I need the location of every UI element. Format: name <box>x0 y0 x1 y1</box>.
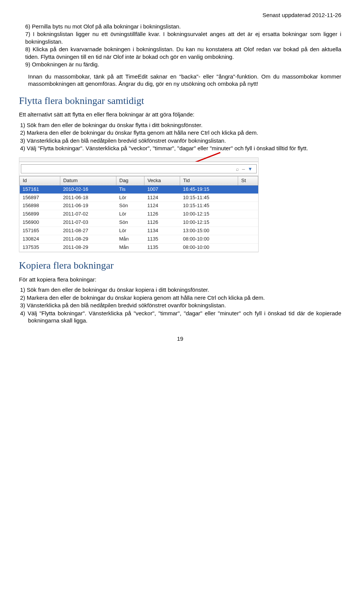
cell-id: 130824 <box>20 235 60 244</box>
cell-tid: 08:00-10:00 <box>180 235 238 244</box>
table-row[interactable]: 1568972011-06-18Lör112410:15-11:45 <box>20 193 258 202</box>
cell-tid: 16:45-19:15 <box>180 185 238 193</box>
col-vecka[interactable]: Vecka <box>144 176 180 185</box>
cell-vecka: 1007 <box>144 185 180 193</box>
col-dag[interactable]: Dag <box>116 176 144 185</box>
heading-kopiera: Kopiera flera bokningar <box>19 259 341 272</box>
intro-flytta: Ett alternativt sätt att flytta en eller… <box>19 111 341 118</box>
list-item: Sök fram den eller de bokningar du önska… <box>28 286 341 294</box>
list-item: Välj "Flytta bokningar". Vänsterklicka p… <box>28 310 341 324</box>
list-item: Markera den eller de bokningar du önskar… <box>28 129 341 137</box>
numbered-list-a: Pernilla byts nu mot Olof på alla boknin… <box>19 23 341 68</box>
cell-vecka: 1135 <box>144 235 180 244</box>
table-row[interactable]: 1571612010-02-16Tis100716:45-19:15 <box>20 185 258 193</box>
page-number: 19 <box>19 335 341 343</box>
cell-datum: 2011-07-03 <box>60 219 116 227</box>
booking-table: Id Datum Dag Vecka Tid St 1571612010-02-… <box>19 176 258 252</box>
table-row[interactable]: 1375352011-08-29Mån113508:00-10:00 <box>20 243 258 252</box>
cell-tid: 08:00-10:00 <box>180 243 238 252</box>
table-row[interactable]: 1569002011-07-03Sön112610:00-12:15 <box>20 219 258 227</box>
intro-kopiera: För att kopiera flera bokningar: <box>19 276 341 283</box>
cell-vecka: 1135 <box>144 243 180 252</box>
search-icon[interactable]: ⌕ <box>234 165 240 172</box>
table-row[interactable]: 1308242011-08-29Mån113508:00-10:00 <box>20 235 258 244</box>
list-item: Vänsterklicka på den blå nedåtpilen bred… <box>28 137 341 145</box>
cell-dag: Lör <box>116 227 144 235</box>
cell-datum: 2011-06-19 <box>60 202 116 210</box>
list-item: Vänsterklicka på den blå nedåtpilen bred… <box>28 302 341 309</box>
list-item: Ombokningen är nu färdig. <box>25 61 342 68</box>
steps-kopiera: Sök fram den eller de bokningar du önska… <box>19 286 341 324</box>
cell-dag: Tis <box>116 185 144 193</box>
cell-dag: Sön <box>116 219 144 227</box>
table-row[interactable]: 1571652011-08-27Lör113413:00-15:00 <box>20 227 258 235</box>
cell-datum: 2011-06-18 <box>60 193 116 202</box>
list-item: Pernilla byts nu mot Olof på alla boknin… <box>25 23 342 30</box>
cell-vecka: 1126 <box>144 219 180 227</box>
cell-st <box>238 202 258 210</box>
cell-id: 156900 <box>20 219 60 227</box>
cell-dag: Mån <box>116 235 144 244</box>
cell-dag: Lör <box>116 193 144 202</box>
cell-dag: Lör <box>116 210 144 219</box>
cell-vecka: 1124 <box>144 193 180 202</box>
col-datum[interactable]: Datum <box>60 176 116 185</box>
cell-datum: 2011-08-29 <box>60 243 116 252</box>
cell-vecka: 1134 <box>144 227 180 235</box>
list-item: I bokningslistan ligger nu ett övningsti… <box>25 30 342 45</box>
cell-id: 156897 <box>20 193 60 202</box>
cell-st <box>238 185 258 193</box>
col-tid[interactable]: Tid <box>180 176 238 185</box>
list-item: Välj "Flytta bokningar". Vänsterklicka p… <box>28 145 341 152</box>
cell-vecka: 1126 <box>144 210 180 219</box>
cell-dag: Mån <box>116 243 144 252</box>
list-item: Sök fram den eller de bokningar du önska… <box>28 121 341 129</box>
list-item: Klicka på den kvarvarnade bokningen i bo… <box>25 46 342 60</box>
header-updated: Senast uppdaterad 2012-11-26 <box>19 11 341 19</box>
cell-tid: 10:00-12:15 <box>180 219 238 227</box>
cell-vecka: 1124 <box>144 202 180 210</box>
cell-tid: 10:15-11:45 <box>180 193 238 202</box>
cell-id: 157165 <box>20 227 60 235</box>
steps-flytta: Sök fram den eller de bokningar du önska… <box>19 121 341 152</box>
booking-list-widget: ⌕ – ▾ Id Datum Dag Vecka Tid St 15716120… <box>19 157 259 252</box>
search-row: ⌕ – ▾ <box>19 162 258 176</box>
cell-id: 156898 <box>20 202 60 210</box>
list-item: Markera den eller de bokningar du önskar… <box>28 294 341 302</box>
cell-id: 157161 <box>20 185 60 193</box>
col-st[interactable]: St <box>238 176 258 185</box>
heading-flytta: Flytta flera bokningar samtidigt <box>19 94 341 107</box>
cell-st <box>238 219 258 227</box>
cell-dag: Sön <box>116 202 144 210</box>
cell-st <box>238 227 258 235</box>
dash-separator: – <box>240 165 246 172</box>
cell-datum: 2011-08-27 <box>60 227 116 235</box>
cell-id: 137535 <box>20 243 60 252</box>
search-box: ⌕ – ▾ <box>21 164 257 173</box>
search-input[interactable] <box>24 165 234 172</box>
cell-id: 156899 <box>20 210 60 219</box>
note-paragraph: Innan du massombokar, tänk på att TimeEd… <box>28 73 341 88</box>
cell-tid: 13:00-15:00 <box>180 227 238 235</box>
cell-datum: 2011-07-02 <box>60 210 116 219</box>
col-id[interactable]: Id <box>20 176 60 185</box>
cell-datum: 2010-02-16 <box>60 185 116 193</box>
cell-st <box>238 243 258 252</box>
chevron-down-icon[interactable]: ▾ <box>246 165 254 173</box>
cell-st <box>238 210 258 219</box>
cell-tid: 10:00-12:15 <box>180 210 238 219</box>
cell-tid: 10:15-11:45 <box>180 202 238 210</box>
table-row[interactable]: 1568982011-06-19Sön112410:15-11:45 <box>20 202 258 210</box>
cell-st <box>238 193 258 202</box>
table-row[interactable]: 1568992011-07-02Lör112610:00-12:15 <box>20 210 258 219</box>
cell-st <box>238 235 258 244</box>
cell-datum: 2011-08-29 <box>60 235 116 244</box>
